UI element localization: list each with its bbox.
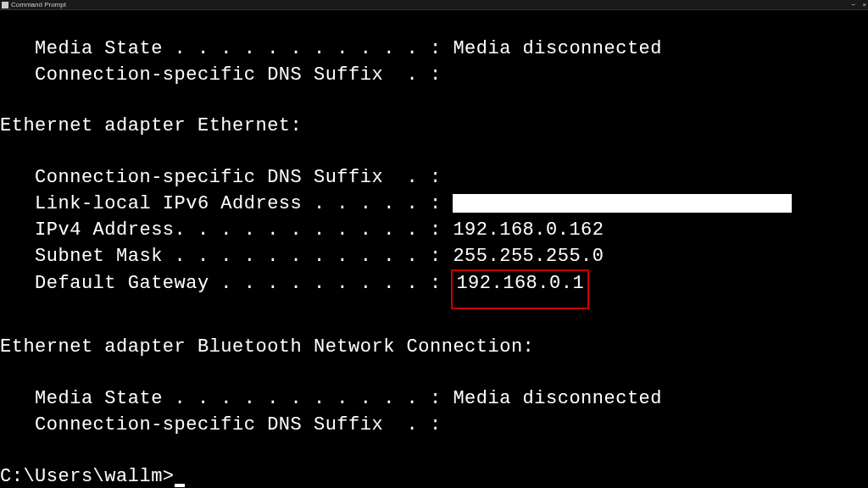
minimize-button[interactable]: − [851, 1, 855, 8]
gateway-label: Default Gateway . . . . . . . . . : [0, 273, 453, 294]
cmd-icon [2, 2, 8, 8]
section-header: Ethernet adapter Ethernet: [0, 114, 868, 140]
output-line: Subnet Mask . . . . . . . . . . . : 255.… [0, 244, 868, 270]
output-line: Media State . . . . . . . . . . . : Medi… [0, 386, 868, 413]
ipv6-label: Link-local IPv6 Address . . . . . : [0, 193, 453, 214]
terminal-content: Media State . . . . . . . . . . . : Medi… [0, 36, 868, 488]
window-title: Command Prompt [11, 1, 66, 8]
output-line: Default Gateway . . . . . . . . . : 192.… [0, 269, 868, 309]
redacted-ipv6 [453, 194, 792, 213]
output-line: Connection-specific DNS Suffix . : [0, 63, 868, 89]
output-line: IPv4 Address. . . . . . . . . . . : 192.… [0, 218, 868, 244]
blank-line [0, 88, 868, 114]
command-prompt: C:\Users\wallm> [0, 466, 175, 487]
window-controls: − × [851, 1, 866, 8]
output-line: Connection-specific DNS Suffix . : [0, 165, 868, 191]
highlighted-gateway: 192.168.0.1 [451, 269, 589, 309]
blank-line [0, 361, 868, 386]
section-header: Ethernet adapter Bluetooth Network Conne… [0, 335, 868, 361]
output-line: Connection-specific DNS Suffix . : [0, 413, 868, 439]
close-button[interactable]: × [862, 1, 866, 8]
blank-line [0, 439, 868, 464]
window-title-bar: Command Prompt − × [0, 0, 868, 10]
output-line: Link-local IPv6 Address . . . . . : [0, 191, 868, 218]
gateway-value: 192.168.0.1 [456, 273, 584, 294]
cursor [175, 484, 185, 487]
blank-line [0, 140, 868, 165]
prompt-line: C:\Users\wallm> [0, 464, 868, 488]
blank-line [0, 309, 868, 335]
terminal-output[interactable]: Media State . . . . . . . . . . . : Medi… [0, 10, 868, 488]
output-line: Media State . . . . . . . . . . . : Medi… [0, 36, 868, 63]
title-left: Command Prompt [2, 1, 66, 8]
